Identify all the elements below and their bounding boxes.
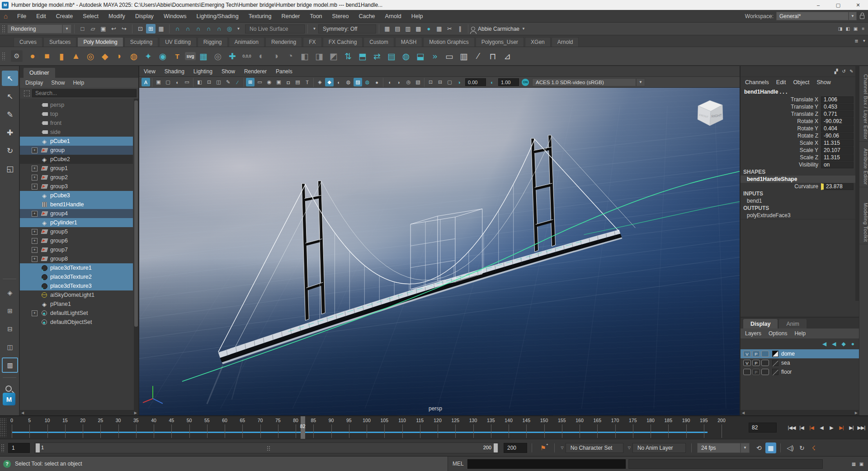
shelf-tab-poly-modeling[interactable]: Poly Modeling <box>77 37 123 47</box>
bookmark-view-icon[interactable]: ▭ <box>183 78 191 86</box>
undo-icon[interactable]: ↩ <box>109 24 118 33</box>
outliner-menu-help[interactable]: Help <box>73 80 84 86</box>
play-backwards-button[interactable]: ◀ <box>816 422 826 433</box>
channel-translate-z[interactable]: Translate Z0.771 <box>741 110 859 118</box>
svg-tool-icon[interactable]: svg <box>185 52 196 60</box>
viewport-menu-shading[interactable]: Shading <box>165 68 184 75</box>
channel-box-node-bend1handleshape[interactable]: bend1HandleShape <box>741 176 859 183</box>
layout-single-pane[interactable]: ◈ <box>2 285 18 300</box>
user-account-chip[interactable]: Abbie Carmichae ▼ <box>471 26 525 32</box>
frame-icon[interactable]: ▭ <box>443 49 456 63</box>
2d-pan-zoom-icon[interactable]: ⊡ <box>205 78 213 86</box>
shelf-gear-icon[interactable]: ⚙ <box>11 50 23 62</box>
snap-view-plane-icon[interactable]: ∩ <box>214 24 224 33</box>
polygon-sphere-icon[interactable]: ● <box>26 49 39 63</box>
layout-outliner-persp[interactable]: ▥ <box>2 357 18 373</box>
layer-color-swatch-icon[interactable] <box>772 351 778 357</box>
rotate-tool[interactable]: ↻ <box>2 143 18 158</box>
menu-set-arrow-icon[interactable]: ▼ <box>62 24 71 33</box>
step-back-key-button[interactable]: |◀ <box>807 422 816 433</box>
outliner-item-group2[interactable]: +group2 <box>20 173 133 182</box>
snap-point-icon[interactable]: ∩ <box>193 24 203 33</box>
mel-input[interactable] <box>467 459 626 469</box>
fps-select[interactable]: 24 fps <box>697 443 741 453</box>
outliner-item-top[interactable]: +top <box>20 109 133 119</box>
outliner-item-pPlane1[interactable]: +◈pPlane1 <box>20 300 133 309</box>
channel-scale-y[interactable]: Scale Y20.107 <box>741 147 859 154</box>
step-back-frame-button[interactable]: |◀ <box>797 422 807 433</box>
outliner-search-tool-icon[interactable] <box>5 385 12 392</box>
outliner-item-group8[interactable]: +group8 <box>20 254 133 263</box>
menu-edit[interactable]: Edit <box>31 13 51 19</box>
outliner-item-group[interactable]: +group <box>20 146 133 155</box>
outliner-item-pCube2[interactable]: +◈pCube2 <box>20 155 133 164</box>
platonic-solid-icon[interactable]: ◍ <box>127 49 141 63</box>
expand-icon[interactable]: + <box>32 238 38 244</box>
outliner-horizontal-scrollbar[interactable]: ◀▶ <box>20 410 138 415</box>
shelf-tab-xgen[interactable]: XGen <box>525 37 551 47</box>
layer-playback-toggle[interactable]: P <box>752 351 760 357</box>
character-set-select[interactable]: No Character Set <box>566 443 623 453</box>
new-empty-layer-icon[interactable]: ◆ <box>842 341 846 347</box>
shaded-icon[interactable]: ◆ <box>325 78 334 86</box>
polygon-cone-icon[interactable]: ▲ <box>69 49 83 63</box>
live-surface-arrow-icon[interactable]: ▼ <box>311 24 318 33</box>
menu-create[interactable]: Create <box>51 13 78 19</box>
range-start-handle[interactable] <box>36 443 40 452</box>
motion-blur-icon[interactable]: ◗ <box>395 78 403 86</box>
exposure-icon[interactable]: ◑ <box>455 78 463 86</box>
shelf-tab-curves[interactable]: Curves <box>14 37 42 47</box>
expand-icon[interactable]: + <box>32 147 38 153</box>
shelf-grip[interactable] <box>2 52 5 60</box>
outliner-item-place3dTexture3[interactable]: +place3dTexture3 <box>20 281 133 290</box>
outliner-item-defaultLightSet[interactable]: +defaultLightSet <box>20 309 133 318</box>
expand-icon[interactable]: + <box>32 229 38 235</box>
outliner-menu-show[interactable]: Show <box>51 80 65 86</box>
lighting-icon[interactable]: ◍ <box>363 78 372 86</box>
corner-tool-icon[interactable]: ⊿ <box>500 49 514 63</box>
close-button[interactable]: ✕ <box>848 0 868 10</box>
expand-icon[interactable]: + <box>32 166 38 171</box>
playback-loop-icon[interactable]: ⟲ <box>754 442 764 453</box>
expand-icon[interactable]: + <box>32 211 38 217</box>
channel-visibility[interactable]: Visibilityon <box>741 161 859 168</box>
polygon-disc-icon[interactable]: ◗ <box>113 49 126 63</box>
move-layer-down-icon[interactable]: ◀ <box>832 341 836 347</box>
snap-grid-icon[interactable]: ∩ <box>173 24 182 33</box>
polygon-cylinder-icon[interactable]: ▮ <box>55 49 68 63</box>
paint-select-tool[interactable]: ✎ <box>2 107 18 122</box>
range-grip[interactable] <box>1 444 5 452</box>
outliner-filter-icon[interactable] <box>24 90 30 96</box>
shelf-tab-arnold[interactable]: Arnold <box>552 37 579 47</box>
viewport-menu-show[interactable]: Show <box>222 68 235 75</box>
menu-texturing[interactable]: Texturing <box>244 13 277 19</box>
outliner-item-group7[interactable]: +group7 <box>20 245 133 254</box>
curve-spiral-icon[interactable]: ◉ <box>156 49 170 63</box>
outliner-item-front[interactable]: +front <box>20 119 133 128</box>
outliner-item-group6[interactable]: +group6 <box>20 236 133 245</box>
dof-icon[interactable]: ◎ <box>404 78 413 86</box>
channel-history-icon[interactable]: ▞ <box>833 67 840 76</box>
layer-editor-scrollbar[interactable]: ◀▶ <box>741 410 859 415</box>
material-override-icon[interactable]: ▨ <box>354 78 362 86</box>
film-gate-icon[interactable]: ▭ <box>255 78 264 86</box>
sculpt-tool-icon[interactable]: ✦ <box>142 49 155 63</box>
channel-value-field[interactable]: -90.06 <box>821 133 854 139</box>
maya-logo-button[interactable]: M <box>3 393 15 405</box>
step-forward-frame-button[interactable]: ▶| <box>846 422 856 433</box>
channel-value-field[interactable]: -90.092 <box>821 118 854 125</box>
layer-editor-tab-anim[interactable]: Anim <box>779 319 806 328</box>
shelf-tab-rigging[interactable]: Rigging <box>198 37 228 47</box>
channel-value-field[interactable]: 0.404 <box>821 125 854 132</box>
textured-icon[interactable]: ◐ <box>335 78 343 86</box>
separate-icon[interactable]: ◑ <box>269 49 283 63</box>
channel-rotate-z[interactable]: Rotate Z-90.06 <box>741 132 859 139</box>
outliner-item-pCube1[interactable]: +◈pCube1 <box>20 137 133 146</box>
channel-curvature[interactable]: Curvature23.878 <box>741 183 859 190</box>
layer-visible-toggle[interactable]: V <box>743 351 751 357</box>
wireframe-icon[interactable]: ◈ <box>316 78 324 86</box>
menu-lighting-shading[interactable]: Lighting/Shading <box>192 13 244 19</box>
fps-arrow-icon[interactable]: ▼ <box>741 443 750 453</box>
save-scene-icon[interactable]: ▣ <box>99 24 108 33</box>
maximize-button[interactable]: ▢ <box>828 0 848 10</box>
